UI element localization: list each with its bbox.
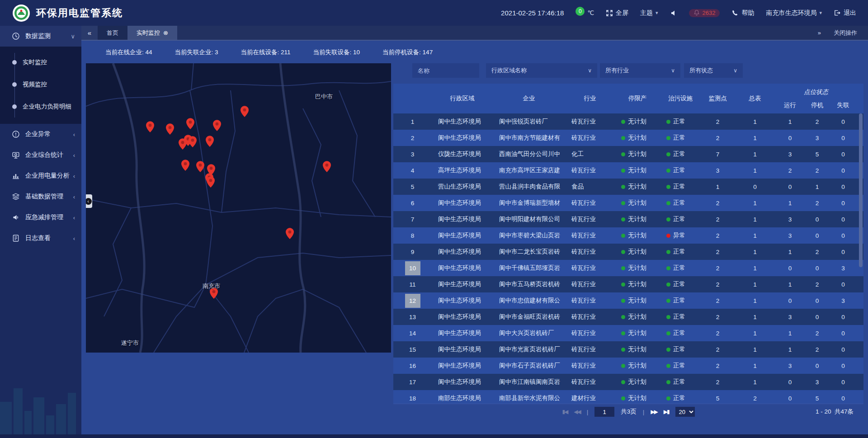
chevron-down-icon: ∨ <box>671 67 675 74</box>
row-facility-status: 正常 <box>660 297 701 305</box>
row-limit-status: 无计划 <box>615 329 660 337</box>
table-body: 1阆中生态环境局阆中强锐页岩砖厂砖瓦行业无计划正常211202阆中生态环境局阆中… <box>393 113 863 404</box>
map-pin-icon[interactable] <box>189 136 197 147</box>
row-points: 2 <box>701 363 735 369</box>
sidebar-item-视频监控[interactable]: 视频监控 <box>0 73 81 95</box>
page-size-select[interactable]: 20 <box>675 407 695 417</box>
table-row[interactable]: 10阆中生态环境局阆中千佛镇五郎垭页岩砖瓦行业无计划正常21003 <box>393 260 863 276</box>
page-number-input[interactable] <box>594 407 614 417</box>
row-index: 10 <box>393 261 432 275</box>
map-pin-icon[interactable] <box>186 118 194 129</box>
region-filter-dropdown[interactable]: 行政区域名称 ∨ <box>486 63 597 78</box>
table-row[interactable]: 12阆中生态环境局阆中市忠信建材有限公砖瓦行业无计划正常21003 <box>393 292 863 309</box>
table-row[interactable]: 8阆中生态环境局阆中市枣碧大梁山页岩砖瓦行业无计划异常21300 <box>393 227 863 244</box>
table-row[interactable]: 4高坪生态环境局南充市高坪区王家店建砖瓦行业无计划正常31220 <box>393 162 863 179</box>
table-row[interactable]: 6阆中生态环境局阆中市金博瑞新型墙材砖瓦行业无计划正常21120 <box>393 195 863 211</box>
map-panel[interactable]: 巴中市南充市遂宁市 ‹ <box>86 63 391 353</box>
map-pin-icon[interactable] <box>166 123 174 135</box>
first-page-icon[interactable]: ▮◀ <box>562 409 567 415</box>
sidebar-group-数据监测[interactable]: 数据监测∨ <box>0 26 81 47</box>
map-pin-icon[interactable] <box>213 120 221 131</box>
status-filter-dropdown[interactable]: 所有状态 ∨ <box>684 63 743 78</box>
sidebar-group-企业用电量分析[interactable]: 企业用电量分析‹ <box>0 165 81 186</box>
map-pin-icon[interactable] <box>146 121 154 132</box>
tab-realtime-monitor[interactable]: 实时监控 ⊗ <box>127 26 177 40</box>
row-lost: 0 <box>830 249 857 255</box>
close-tab-icon[interactable]: ⊗ <box>163 29 168 36</box>
tab-home[interactable]: 首页 <box>98 26 127 40</box>
sidebar-group-基础数据管理[interactable]: 基础数据管理‹ <box>0 186 81 207</box>
industry-filter-dropdown[interactable]: 所有行业 ∨ <box>600 63 680 78</box>
row-industry: 砖瓦行业 <box>565 231 615 240</box>
map-pin-icon[interactable] <box>206 136 214 147</box>
sidebar-group-label: 企业异常 <box>25 130 73 138</box>
help-button[interactable]: 帮助 <box>731 9 754 17</box>
col-run: 运行 <box>775 97 805 113</box>
table-row[interactable]: 1阆中生态环境局阆中强锐页岩砖厂砖瓦行业无计划正常21120 <box>393 113 863 130</box>
row-index: 14 <box>393 326 432 340</box>
prev-page-icon[interactable]: ◀◀ <box>574 409 580 415</box>
mute-button[interactable] <box>670 9 677 17</box>
submenu-dot-icon <box>12 60 17 65</box>
map-pin-icon[interactable] <box>181 160 189 171</box>
stat-item-0: 当前在线企业: 44 <box>105 48 152 57</box>
table-row[interactable]: 15阆中生态环境局阆中市光富页岩机砖厂砖瓦行业无计划正常21120 <box>393 341 863 358</box>
map-pin-icon[interactable] <box>207 176 215 188</box>
sidebar-item-企业电力负荷明细[interactable]: 企业电力负荷明细 <box>0 95 81 118</box>
name-filter-input[interactable] <box>412 63 479 78</box>
row-stop: 2 <box>805 330 830 337</box>
row-run: 0 <box>775 395 805 402</box>
table-row[interactable]: 11阆中生态环境局阆中市五马桥页岩机砖砖瓦行业无计划正常21120 <box>393 276 863 292</box>
close-operations-button[interactable]: 关闭操作 <box>834 29 857 37</box>
row-points: 2 <box>701 314 735 320</box>
city-silhouette <box>0 370 81 438</box>
table-row[interactable]: 13阆中生态环境局阆中市金福旺页岩机砖砖瓦行业无计划正常21300 <box>393 309 863 325</box>
row-run: 1 <box>775 346 805 353</box>
row-company: 阆中明阳建材有限公司 <box>493 215 565 223</box>
table-row[interactable]: 9阆中生态环境局阆中市二龙长宝页岩砖砖瓦行业无计划正常21120 <box>393 244 863 260</box>
row-facility-status: 正常 <box>660 362 701 370</box>
bell-icon <box>693 9 701 17</box>
map-pin-icon[interactable] <box>241 106 249 117</box>
tabs-scroll-left-icon[interactable]: « <box>81 26 98 40</box>
map-collapse-handle[interactable]: ‹ <box>86 194 92 208</box>
chevron-left-icon: ‹ <box>73 235 75 242</box>
table-row[interactable]: 7阆中生态环境局阆中明阳建材有限公司砖瓦行业无计划正常21300 <box>393 211 863 227</box>
table-row[interactable]: 14阆中生态环境局阆中大兴页岩机砖厂砖瓦行业无计划正常21120 <box>393 325 863 341</box>
map-pin-icon[interactable] <box>196 161 204 172</box>
theme-dropdown[interactable]: 主题 ▾ <box>640 9 658 17</box>
last-page-icon[interactable]: ▶▮ <box>664 409 669 415</box>
sidebar-group-企业异常[interactable]: 企业异常‹ <box>0 124 81 145</box>
name-input[interactable] <box>418 67 474 74</box>
table-scrollbar[interactable] <box>859 113 863 267</box>
map-pin-icon[interactable] <box>286 228 294 239</box>
table-row[interactable]: 17阆中生态环境局阆中市江南镇阆南页岩砖瓦行业无计划正常21030 <box>393 374 863 390</box>
table-row[interactable]: 18南部生态环境局南部县新华水泥有限公建材行业无计划正常52050 <box>393 390 863 404</box>
status-dot-icon <box>621 315 625 319</box>
sidebar-item-实时监控[interactable]: 实时监控 <box>0 51 81 73</box>
table-row[interactable]: 3仪陇生态环境局西南油气田分公司川中化工无计划正常71350 <box>393 146 863 162</box>
row-region: 阆中生态环境局 <box>432 280 493 288</box>
next-page-icon[interactable]: ▶▶ <box>651 409 657 415</box>
row-stop: 3 <box>805 135 830 141</box>
notification-badge[interactable]: 2632 <box>689 9 720 17</box>
map-pin-icon[interactable] <box>323 161 331 172</box>
status-dot-icon <box>621 331 625 335</box>
table-row[interactable]: 16阆中生态环境局阆中市石子页岩机砖厂砖瓦行业无计划正常21300 <box>393 358 863 374</box>
tabs-scroll-right-icon[interactable]: » <box>818 29 821 36</box>
phone-icon <box>731 9 739 17</box>
row-stop: 0 <box>805 232 830 239</box>
sidebar-group-应急减排管理[interactable]: 应急减排管理‹ <box>0 207 81 228</box>
row-limit-status: 无计划 <box>615 231 660 240</box>
sidebar-group-企业综合统计[interactable]: 企业综合统计‹ <box>0 145 81 165</box>
fullscreen-button[interactable]: 全屏 <box>606 9 628 17</box>
row-industry: 砖瓦行业 <box>565 329 615 337</box>
table-row[interactable]: 2阆中生态环境局阆中市南方节能建材有砖瓦行业无计划正常21030 <box>393 130 863 146</box>
table-row[interactable]: 5营山生态环境局营山县润丰肉食品有限食品无计划正常10010 <box>393 179 863 195</box>
sidebar-group-日志查看[interactable]: 日志查看‹ <box>0 228 81 249</box>
logout-button[interactable]: 退出 <box>834 9 856 17</box>
row-company: 阆中市忠信建材有限公 <box>493 297 565 305</box>
row-meters: 2 <box>735 395 775 402</box>
org-dropdown[interactable]: 南充市生态环境局 ▾ <box>766 9 822 17</box>
pagination-bar: ▮◀ ◀◀ | 共3页 | ▶▶ ▶▮ 20 1 - 20 共47条 <box>393 404 863 419</box>
